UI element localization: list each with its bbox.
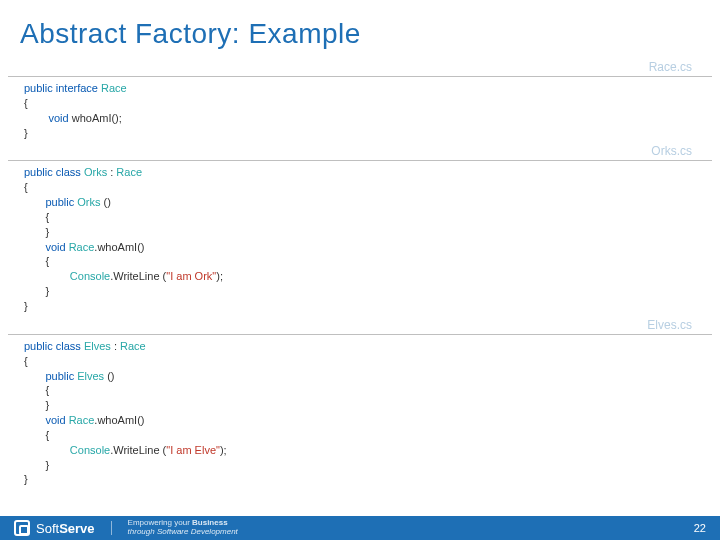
footer-bar: SoftServe Empowering your Business throu… <box>0 516 720 540</box>
file-label-elves: Elves.cs <box>0 316 720 334</box>
brand: SoftServe Empowering your Business throu… <box>14 519 238 537</box>
file-label-orks: Orks.cs <box>0 142 720 160</box>
separator <box>111 521 112 535</box>
code-orks: public class Orks : Race{ public Orks ()… <box>0 161 720 315</box>
page-number: 22 <box>694 522 706 534</box>
file-label-race: Race.cs <box>0 58 720 76</box>
slide-title: Abstract Factory: Example <box>0 0 720 58</box>
code-race: public interface Race{ void whoAmI();} <box>0 77 720 142</box>
code-elves: public class Elves : Race{ public Elves … <box>0 335 720 489</box>
logo-icon <box>14 520 30 536</box>
brand-text: SoftServe <box>36 521 95 536</box>
tagline: Empowering your Business through Softwar… <box>128 519 238 537</box>
